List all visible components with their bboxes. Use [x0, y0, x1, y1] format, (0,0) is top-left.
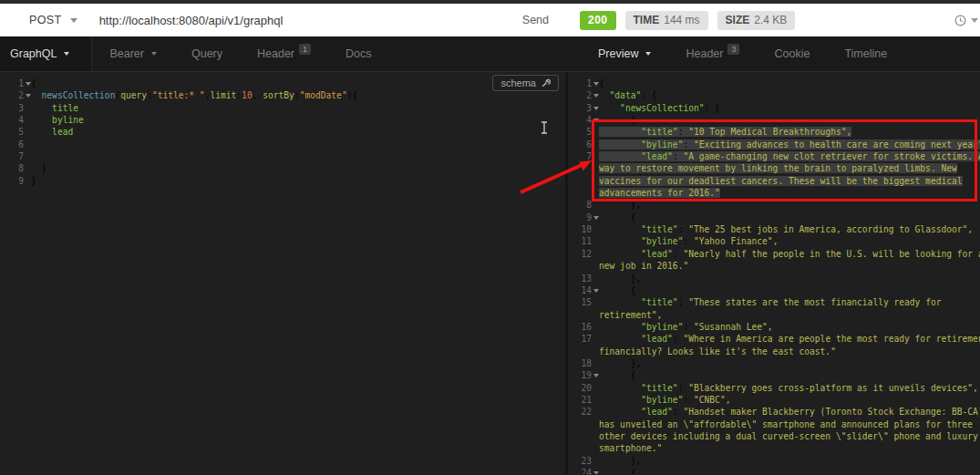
code-line[interactable]: new job in 2016." [568, 260, 980, 272]
token: { [31, 78, 36, 88]
code-text: way to restore movement by linking the b… [599, 162, 980, 174]
tab-query[interactable]: Query [174, 36, 240, 71]
code-line[interactable]: 15 "title": "These states are the most f… [568, 296, 980, 308]
code-line[interactable]: 5 lead [0, 126, 565, 138]
token: "data" [610, 90, 642, 100]
token: : [673, 334, 684, 344]
code-line[interactable]: 3 "newsCollection": [ [568, 102, 980, 114]
fold-slot [24, 139, 31, 150]
code-line[interactable]: 24 { [568, 467, 980, 474]
code-line[interactable]: 8 }, [568, 199, 980, 211]
code-line[interactable]: 21 "byline": "CNBC", [568, 394, 980, 406]
code-line[interactable]: 11 "byline": "Yahoo Finance", [568, 235, 980, 247]
code-text: smartphone." [599, 442, 980, 454]
fold-arrow-icon[interactable] [592, 212, 599, 223]
code-line[interactable]: 9 { [568, 212, 980, 223]
tab-request-header[interactable]: Header1 [240, 36, 328, 71]
tab-graphql[interactable]: GraphQL [0, 36, 92, 71]
fold-arrow-icon[interactable] [592, 369, 599, 381]
code-text: "title": "These states are the most fina… [599, 296, 980, 308]
url-input[interactable]: http://localhost:8080/api/v1/graphql [99, 14, 284, 27]
code-line[interactable]: 8 } [0, 162, 565, 174]
code-line[interactable]: smartphone." [568, 442, 980, 454]
code-line[interactable]: advancements for 2016." [568, 187, 980, 199]
code-text: other devices including a dual curved-sc… [599, 430, 980, 442]
fold-slot [24, 162, 31, 174]
code-text: "lead": "Handset maker Blackberry (Toron… [599, 406, 980, 418]
tab-bearer[interactable]: Bearer [92, 36, 174, 71]
tab-timeline[interactable]: Timeline [827, 36, 904, 71]
token: "lead" [641, 249, 673, 259]
code-text: "title": "The 25 best jobs in America, a… [599, 223, 980, 235]
code-line[interactable]: other devices including a dual curved-sc… [568, 430, 980, 442]
code-line[interactable]: 4 { [568, 114, 980, 126]
code-line[interactable]: 5 "title": "10 Top Medical Breakthroughs… [568, 126, 980, 138]
line-number: 3 [0, 102, 24, 114]
code-line[interactable]: 4 byline [0, 114, 565, 126]
response-preview-editor[interactable]: 1{2 "data": {3 "newsCollection": [4 {5 "… [568, 77, 980, 474]
fold-arrow-icon[interactable] [24, 89, 31, 101]
code-line[interactable]: 14 { [568, 284, 980, 296]
token: : [641, 90, 652, 100]
token: } [31, 176, 36, 186]
code-line[interactable]: 7 [0, 150, 565, 162]
code-line[interactable]: 23 }, [568, 455, 980, 467]
code-line[interactable]: financially? Looks like it's the east co… [568, 346, 980, 357]
line-number: 22 [568, 406, 592, 418]
graphql-query-editor[interactable]: 1{2 newsCollection(query:"title:* ",limi… [0, 77, 565, 187]
selection-highlight: "lead": "A game-changing new clot retrie… [599, 151, 980, 161]
line-number: 14 [568, 284, 592, 296]
code-line[interactable]: 19 { [568, 369, 980, 381]
tab-cookie[interactable]: Cookie [757, 36, 827, 71]
code-line[interactable]: 20 "title": "Blackberry goes cross-platf… [568, 382, 980, 394]
fold-arrow-icon[interactable] [592, 102, 599, 114]
method-dropdown[interactable]: POST [29, 14, 77, 26]
fold-arrow-icon[interactable] [592, 284, 599, 296]
history-dropdown[interactable] [954, 15, 978, 26]
fold-slot [592, 296, 599, 308]
fold-arrow-icon[interactable] [592, 114, 599, 126]
code-line[interactable]: has unveiled an \"affordable\" smartphon… [568, 418, 980, 430]
token: : [678, 383, 689, 393]
code-text [31, 139, 565, 150]
code-line[interactable]: 2 newsCollection(query:"title:* ",limit:… [0, 89, 565, 101]
fold-arrow-icon[interactable] [592, 467, 599, 474]
code-line[interactable]: 7 "lead": "A game-changing new clot retr… [568, 150, 980, 162]
fold-arrow-icon[interactable] [24, 77, 31, 89]
code-line[interactable]: 22 "lead": "Handset maker Blackberry (To… [568, 406, 980, 418]
fold-slot [592, 418, 599, 430]
code-line[interactable]: 18 }, [568, 357, 980, 369]
code-line[interactable]: 6 [0, 139, 565, 150]
fold-slot [592, 139, 599, 150]
chevron-down-icon [64, 52, 69, 56]
token: "title" [641, 127, 677, 137]
code-line[interactable]: 16 "byline": "Susannah Lee", [568, 321, 980, 333]
code-line[interactable]: 3 title [0, 102, 565, 114]
token: { [631, 115, 636, 125]
tab-response-header-label: Header [686, 47, 723, 60]
send-button[interactable]: Send [522, 14, 549, 26]
tab-docs[interactable]: Docs [328, 36, 388, 71]
schema-button[interactable]: schema [492, 75, 559, 91]
code-line[interactable]: 9} [0, 175, 565, 187]
code-text: title [31, 102, 565, 114]
token: : [683, 236, 694, 246]
code-line[interactable]: 13 }, [568, 273, 980, 284]
code-line[interactable]: 10 "title": "The 25 best jobs in America… [568, 223, 980, 235]
code-line[interactable]: 12 "lead": "Nearly half the people in th… [568, 248, 980, 260]
code-line[interactable]: 1{ [568, 77, 980, 89]
code-line[interactable]: 17 "lead": "Where in America are people … [568, 333, 980, 345]
token: "lead" [641, 407, 673, 417]
code-line[interactable]: 6 "byline": "Exciting advances to health… [568, 139, 980, 150]
fold-arrow-icon[interactable] [592, 77, 599, 89]
tab-response-header[interactable]: Header3 [668, 36, 757, 71]
code-line[interactable]: way to restore movement by linking the b… [568, 162, 980, 174]
fold-arrow-icon[interactable] [592, 89, 599, 101]
code-line[interactable]: retirement", [568, 309, 980, 321]
request-url-section: POST http://localhost:8080/api/v1/graphq… [0, 4, 565, 36]
chevron-down-icon [70, 18, 77, 23]
tab-preview[interactable]: Preview [581, 36, 668, 71]
code-line[interactable]: vaccines for our deadliest cancers. Thes… [568, 175, 980, 187]
code-line[interactable]: 1{ [0, 77, 565, 89]
code-line[interactable]: 2 "data": { [568, 89, 980, 101]
